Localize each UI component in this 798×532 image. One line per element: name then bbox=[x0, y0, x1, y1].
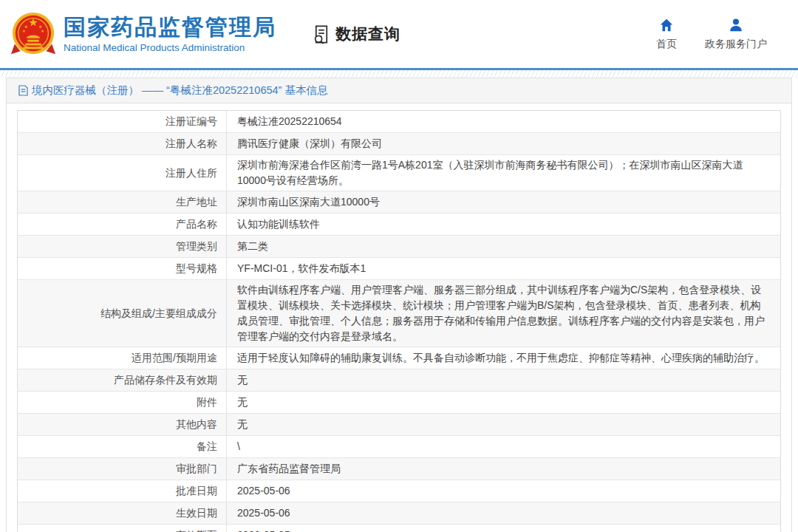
row-label: 其他内容 bbox=[18, 414, 227, 435]
breadcrumb[interactable]: 境内医疗器械（注册） —— “粤械注准20252210654” 基本信息 bbox=[32, 83, 327, 98]
data-query-label: 数据查询 bbox=[335, 24, 400, 44]
row-value: 2030-05-05 bbox=[227, 525, 780, 532]
row-label: 管理类别 bbox=[18, 236, 227, 257]
row-label: 产品储存条件及有效期 bbox=[18, 369, 227, 391]
row-value: 第二类 bbox=[227, 236, 780, 256]
row-label: 附件 bbox=[18, 392, 227, 413]
row-value: 软件由训练程序客户端、用户管理客户端、服务器三部分组成，其中训练程序客户端为C/… bbox=[227, 280, 780, 347]
table-row: 适用范围/预期用途适用于轻度认知障碍的辅助康复训练。不具备自动诊断功能，不用于焦… bbox=[18, 347, 780, 369]
table-row: 审批部门广东省药品监督管理局 bbox=[18, 458, 780, 480]
table-row: 产品储存条件及有效期无 bbox=[18, 369, 780, 392]
site-header: 国家药品监督管理局 National Medical Products Admi… bbox=[0, 0, 798, 68]
table-row: 注册人名称腾讯医疗健康（深圳）有限公司 bbox=[18, 133, 780, 155]
row-value: 广东省药品监督管理局 bbox=[227, 459, 780, 479]
home-icon bbox=[658, 17, 675, 33]
table-row: 管理类别第二类 bbox=[18, 236, 780, 258]
national-emblem-logo bbox=[10, 8, 56, 60]
row-value: 深圳市前海深港合作区前湾一路1号A栋201室（入驻深圳市前海商务秘书有限公司）；… bbox=[227, 155, 780, 191]
site-title-cn: 国家药品监督管理局 bbox=[64, 15, 276, 40]
top-nav: 首页 政务服务门户 bbox=[656, 17, 767, 51]
table-row: 注册证编号粤械注准20252210654 bbox=[18, 111, 780, 133]
row-value: 认知功能训练软件 bbox=[227, 214, 780, 234]
table-row: 附件无 bbox=[18, 392, 780, 414]
table-row: 型号规格YF-MCI-01，软件发布版本1 bbox=[18, 258, 780, 280]
data-query-tab[interactable]: 数据查询 bbox=[312, 24, 400, 44]
row-value: 2025-05-06 bbox=[227, 481, 780, 501]
table-row: 注册人住所深圳市前海深港合作区前湾一路1号A栋201室（入驻深圳市前海商务秘书有… bbox=[18, 155, 780, 191]
document-icon bbox=[18, 85, 28, 96]
table-row: 其他内容无 bbox=[18, 414, 780, 436]
row-value: 无 bbox=[227, 392, 780, 412]
row-label: 型号规格 bbox=[18, 258, 227, 279]
table-row: 批准日期2025-05-06 bbox=[18, 480, 780, 502]
data-query-icon bbox=[312, 24, 332, 44]
row-value: 深圳市南山区深南大道10000号 bbox=[227, 192, 780, 212]
row-value: 粤械注准20252210654 bbox=[227, 112, 780, 132]
nav-home-label: 首页 bbox=[656, 38, 677, 51]
site-title-block: 国家药品监督管理局 National Medical Products Admi… bbox=[64, 15, 276, 53]
nav-item-gov-portal[interactable]: 政务服务门户 bbox=[705, 17, 767, 51]
row-label: 产品名称 bbox=[18, 214, 227, 235]
content-wrapper: 境内医疗器械（注册） —— “粤械注准20252210654” 基本信息 注册证… bbox=[6, 78, 792, 532]
row-value: 腾讯医疗健康（深圳）有限公司 bbox=[227, 134, 780, 154]
row-label: 批准日期 bbox=[18, 480, 227, 502]
row-value: 2025-05-06 bbox=[227, 503, 780, 523]
hatch-texture-band bbox=[0, 70, 798, 78]
row-label: 注册人名称 bbox=[18, 133, 227, 154]
row-label: 生效日期 bbox=[18, 502, 227, 524]
table-row: 生效日期2025-05-06 bbox=[18, 502, 780, 525]
row-value: 无 bbox=[227, 415, 780, 434]
site-title-en: National Medical Products Administration bbox=[64, 42, 276, 53]
table-row: 生产地址深圳市南山区深南大道10000号 bbox=[18, 191, 780, 214]
row-value: YF-MCI-01，软件发布版本1 bbox=[227, 259, 780, 279]
table-row: 备注\ bbox=[18, 436, 780, 458]
row-label: 注册证编号 bbox=[18, 111, 227, 132]
row-label: 备注 bbox=[18, 436, 227, 457]
breadcrumb-bar: 境内医疗器械（注册） —— “粤械注准20252210654” 基本信息 bbox=[7, 78, 791, 103]
row-label: 结构及组成/主要组成成分 bbox=[18, 280, 227, 347]
row-label: 审批部门 bbox=[18, 458, 227, 480]
row-value: 无 bbox=[227, 370, 780, 390]
row-label: 有效期至 bbox=[18, 525, 227, 532]
table-row: 产品名称认知功能训练软件 bbox=[18, 214, 780, 236]
user-icon bbox=[728, 17, 744, 33]
row-label: 生产地址 bbox=[18, 191, 227, 213]
table-row: 有效期至2030-05-05 bbox=[18, 525, 780, 532]
nav-gov-portal-label: 政务服务门户 bbox=[705, 38, 767, 51]
row-value: \ bbox=[227, 437, 780, 457]
row-value: 适用于轻度认知障碍的辅助康复训练。不具备自动诊断功能，不用于焦虑症、抑郁症等精神… bbox=[227, 348, 780, 368]
nav-item-home[interactable]: 首页 bbox=[656, 17, 677, 51]
row-label: 注册人住所 bbox=[18, 155, 227, 191]
detail-table: 注册证编号粤械注准20252210654注册人名称腾讯医疗健康（深圳）有限公司注… bbox=[17, 110, 781, 532]
row-label: 适用范围/预期用途 bbox=[18, 347, 227, 369]
table-row: 结构及组成/主要组成成分软件由训练程序客户端、用户管理客户端、服务器三部分组成，… bbox=[18, 280, 780, 347]
